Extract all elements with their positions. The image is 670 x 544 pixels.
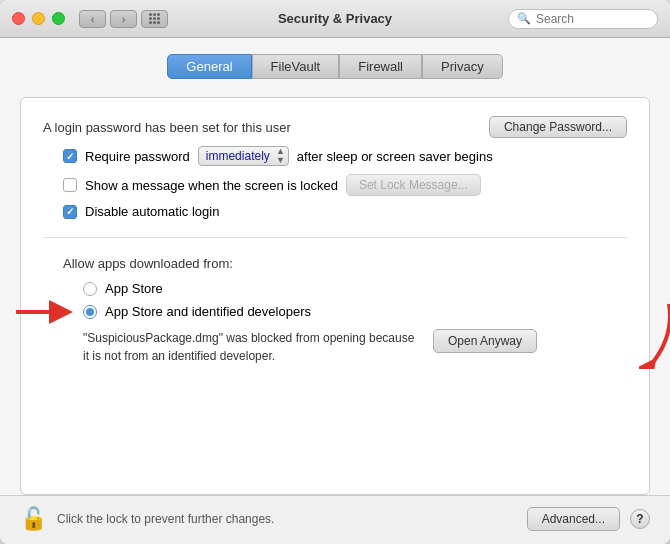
change-password-button[interactable]: Change Password... — [489, 116, 627, 138]
nav-buttons: ‹ › — [79, 10, 137, 28]
grid-view-button[interactable] — [141, 10, 168, 28]
password-set-row: A login password has been set for this u… — [43, 116, 627, 138]
main-window: ‹ › Security & Privacy 🔍 General FileVau… — [0, 0, 670, 544]
titlebar: ‹ › Security & Privacy 🔍 — [0, 0, 670, 38]
show-message-checkbox[interactable] — [63, 178, 77, 192]
password-section: A login password has been set for this u… — [43, 116, 627, 219]
forward-button[interactable]: › — [110, 10, 137, 28]
blocked-message-text: "SuspiciousPackage.dmg" was blocked from… — [83, 329, 423, 365]
left-arrow-annotation — [11, 300, 76, 324]
window-title: Security & Privacy — [278, 11, 392, 26]
show-message-row: Show a message when the screen is locked… — [63, 174, 627, 196]
tab-general[interactable]: General — [167, 54, 251, 79]
disable-autologin-label: Disable automatic login — [85, 204, 219, 219]
back-button[interactable]: ‹ — [79, 10, 106, 28]
require-password-checkbox[interactable] — [63, 149, 77, 163]
search-input[interactable] — [536, 12, 649, 26]
tab-firewall[interactable]: Firewall — [339, 54, 422, 79]
advanced-button[interactable]: Advanced... — [527, 507, 620, 531]
search-bar[interactable]: 🔍 — [508, 9, 658, 29]
password-timing-value: immediately — [206, 149, 270, 163]
search-icon: 🔍 — [517, 12, 531, 25]
lock-label: Click the lock to prevent further change… — [57, 512, 517, 526]
footer: 🔓 Click the lock to prevent further chan… — [0, 495, 670, 544]
lock-icon[interactable]: 🔓 — [20, 506, 47, 532]
open-anyway-button[interactable]: Open Anyway — [433, 329, 537, 353]
app-store-radio-row: App Store — [83, 281, 627, 296]
require-password-row: Require password immediately ▲▼ after sl… — [63, 146, 627, 166]
content-area: General FileVault Firewall Privacy A log… — [0, 38, 670, 495]
tab-privacy[interactable]: Privacy — [422, 54, 503, 79]
help-button[interactable]: ? — [630, 509, 650, 529]
disable-autologin-row: Disable automatic login — [63, 204, 627, 219]
right-arrow-annotation — [639, 299, 670, 369]
app-store-label: App Store — [105, 281, 163, 296]
tab-bar: General FileVault Firewall Privacy — [20, 54, 650, 79]
app-store-identified-label: App Store and identified developers — [105, 304, 311, 319]
settings-panel: A login password has been set for this u… — [20, 97, 650, 495]
blocked-message-row: "SuspiciousPackage.dmg" was blocked from… — [83, 329, 627, 365]
grid-icon — [149, 13, 160, 24]
set-lock-message-button[interactable]: Set Lock Message... — [346, 174, 481, 196]
password-set-label: A login password has been set for this u… — [43, 120, 291, 135]
show-message-label: Show a message when the screen is locked — [85, 178, 338, 193]
right-arrow-icon — [639, 299, 670, 369]
close-button[interactable] — [12, 12, 25, 25]
app-store-identified-radio-row: App Store and identified developers — [83, 304, 627, 319]
tab-filevault[interactable]: FileVault — [252, 54, 340, 79]
disable-autologin-checkbox[interactable] — [63, 205, 77, 219]
maximize-button[interactable] — [52, 12, 65, 25]
dropdown-arrow-icon: ▲▼ — [276, 147, 285, 165]
require-password-prefix: Require password — [85, 149, 190, 164]
require-password-suffix: after sleep or screen saver begins — [297, 149, 493, 164]
allow-apps-label: Allow apps downloaded from: — [63, 256, 627, 271]
password-timing-dropdown[interactable]: immediately ▲▼ — [198, 146, 289, 166]
app-store-radio[interactable] — [83, 282, 97, 296]
traffic-lights — [12, 12, 65, 25]
left-arrow-icon — [11, 300, 76, 324]
minimize-button[interactable] — [32, 12, 45, 25]
allow-apps-section: Allow apps downloaded from: App Store — [43, 256, 627, 365]
section-divider — [43, 237, 627, 238]
app-store-identified-radio[interactable] — [83, 305, 97, 319]
